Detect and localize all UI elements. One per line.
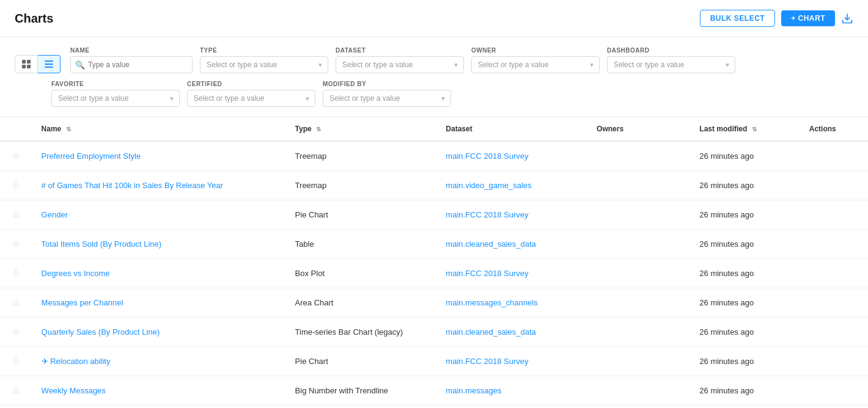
- dataset-link[interactable]: main.messages_channels: [446, 298, 537, 307]
- name-cell: Preferred Employment Style: [32, 141, 285, 171]
- chart-name-link[interactable]: Degrees vs Income: [42, 269, 110, 278]
- chart-name-link[interactable]: # of Games That Hit 100k in Sales By Rel…: [42, 181, 223, 190]
- svg-rect-6: [45, 64, 53, 65]
- favorite-star-button[interactable]: ☆: [12, 150, 20, 162]
- owners-cell: [587, 347, 690, 376]
- name-sort-icon: ⇅: [66, 126, 71, 133]
- type-select-wrapper: Select or type a value ▼: [200, 56, 328, 73]
- name-cell: Weekly Messages: [32, 376, 285, 406]
- dataset-cell: main.FCC 2018 Survey: [436, 347, 587, 376]
- table-row: ☆ Preferred Employment Style Treemap mai…: [0, 141, 868, 171]
- dataset-cell: main.cleaned_sales_data: [436, 230, 587, 259]
- chart-name-link[interactable]: Quarterly Sales (By Product Line): [42, 327, 160, 337]
- list-view-button[interactable]: [38, 55, 61, 73]
- favorite-star-button[interactable]: ☆: [12, 355, 20, 367]
- dataset-link[interactable]: main.FCC 2018 Survey: [446, 151, 528, 161]
- certified-filter-group: CERTIFIED Select or type a value ▼: [187, 81, 315, 107]
- favorite-star-button[interactable]: ☆: [12, 268, 20, 279]
- svg-rect-3: [22, 65, 26, 68]
- dashboard-filter-select[interactable]: Select or type a value: [607, 56, 735, 73]
- filters-section: NAME 🔍 TYPE Select or type a value ▼ DAT…: [0, 37, 868, 117]
- actions-cell: [800, 141, 868, 171]
- favorite-star-button[interactable]: ☆: [12, 238, 20, 250]
- star-cell: ☆: [0, 171, 32, 200]
- star-cell: ☆: [0, 376, 32, 406]
- name-col-header[interactable]: Name ⇅: [32, 117, 285, 141]
- star-cell: ☆: [0, 406, 32, 409]
- chart-name-link[interactable]: Total Items Sold (By Product Line): [42, 239, 162, 249]
- owners-cell: [587, 318, 690, 347]
- type-cell: Time-series Bar Chart (legacy): [285, 318, 436, 347]
- actions-col-header: Actions: [800, 117, 868, 141]
- chart-name-link[interactable]: Gender: [42, 210, 68, 219]
- favorite-star-button[interactable]: ☆: [12, 385, 20, 396]
- type-cell: Treemap: [285, 141, 436, 171]
- dataset-link[interactable]: main.FCC 2018 Survey: [446, 210, 528, 219]
- dataset-col-label: Dataset: [446, 125, 472, 133]
- dataset-link[interactable]: main.cleaned_sales_data: [446, 327, 535, 337]
- modified-by-filter-group: MODIFIED BY Select or type a value ▼: [323, 81, 451, 107]
- dataset-link[interactable]: main.video_game_sales: [446, 181, 531, 190]
- star-cell: ☆: [0, 347, 32, 376]
- bulk-select-button[interactable]: BULK SELECT: [700, 10, 776, 27]
- dataset-link[interactable]: main.cleaned_sales_data: [446, 239, 535, 249]
- table-row: ☆ # of Games That Hit 100k in Sales By R…: [0, 171, 868, 200]
- dataset-link[interactable]: main.FCC 2018 Survey: [446, 269, 528, 278]
- dashboard-filter-label: DASHBOARD: [607, 47, 735, 54]
- name-cell: Gender: [32, 200, 285, 230]
- type-filter-label: TYPE: [200, 47, 328, 54]
- favorite-star-button[interactable]: ☆: [12, 297, 20, 308]
- owners-cell: [587, 230, 690, 259]
- owner-filter-select[interactable]: Select or type a value: [471, 56, 600, 73]
- table-row: ☆ Weekly Messages Big Number with Trendl…: [0, 376, 868, 406]
- star-cell: ☆: [0, 141, 32, 171]
- dashboard-select-wrapper: Select or type a value ▼: [607, 56, 735, 73]
- dataset-link[interactable]: main.messages: [446, 386, 501, 395]
- page-header: Charts BULK SELECT + CHART: [0, 0, 868, 37]
- dataset-filter-select[interactable]: Select or type a value: [336, 56, 464, 73]
- certified-filter-select[interactable]: Select or type a value: [187, 90, 315, 107]
- type-filter-select[interactable]: Select or type a value: [200, 56, 328, 73]
- star-cell: ☆: [0, 288, 32, 318]
- modified-col-header[interactable]: Last modified ⇅: [690, 117, 799, 141]
- type-cell: Table: [285, 230, 436, 259]
- favorite-star-button[interactable]: ☆: [12, 180, 20, 191]
- svg-rect-1: [22, 60, 26, 64]
- name-cell: # of Games That Hit 100k in Sales By Rel…: [32, 171, 285, 200]
- modified-cell: 26 minutes ago: [690, 347, 799, 376]
- dataset-cell: main.messages: [436, 376, 587, 406]
- actions-cell: [800, 288, 868, 318]
- owners-col-label: Owners: [597, 125, 623, 133]
- dataset-cell: main.messages_channels: [436, 288, 587, 318]
- type-cell: Treemap: [285, 171, 436, 200]
- table-row: ☆ Quarterly Sales (By Product Line) Time…: [0, 318, 868, 347]
- filter-row-1: NAME 🔍 TYPE Select or type a value ▼ DAT…: [15, 47, 853, 73]
- favorite-filter-select[interactable]: Select or type a value: [51, 90, 180, 107]
- name-filter-input[interactable]: [70, 56, 193, 73]
- dataset-cell: main.FCC 2018 Survey: [436, 141, 587, 171]
- favorite-star-button[interactable]: ☆: [12, 326, 20, 338]
- dataset-link[interactable]: main.FCC 2018 Survey: [446, 357, 528, 366]
- owners-col-header: Owners: [587, 117, 690, 141]
- add-chart-button[interactable]: + CHART: [781, 10, 835, 26]
- type-col-header[interactable]: Type ⇅: [285, 117, 436, 141]
- actions-cell: [800, 318, 868, 347]
- download-icon: [841, 12, 853, 24]
- chart-name-link[interactable]: Messages per Channel: [42, 298, 123, 307]
- star-cell: ☆: [0, 259, 32, 288]
- chart-name-link[interactable]: Weekly Messages: [42, 386, 106, 395]
- chart-name-link[interactable]: ✈ Relocation ability: [42, 357, 111, 366]
- owners-cell: [587, 171, 690, 200]
- name-col-label: Name: [42, 125, 62, 133]
- owners-cell: [587, 200, 690, 230]
- certified-filter-label: CERTIFIED: [187, 81, 315, 87]
- grid-view-button[interactable]: [15, 55, 38, 73]
- star-cell: ☆: [0, 230, 32, 259]
- download-button[interactable]: [841, 12, 853, 24]
- actions-cell: [800, 200, 868, 230]
- modified-by-filter-select[interactable]: Select or type a value: [323, 90, 451, 107]
- owner-filter-group: OWNER Select or type a value ▼: [471, 47, 600, 73]
- chart-name-link[interactable]: Preferred Employment Style: [42, 151, 141, 161]
- favorite-star-button[interactable]: ☆: [12, 209, 20, 220]
- type-cell: Sankey Diagram: [285, 406, 436, 409]
